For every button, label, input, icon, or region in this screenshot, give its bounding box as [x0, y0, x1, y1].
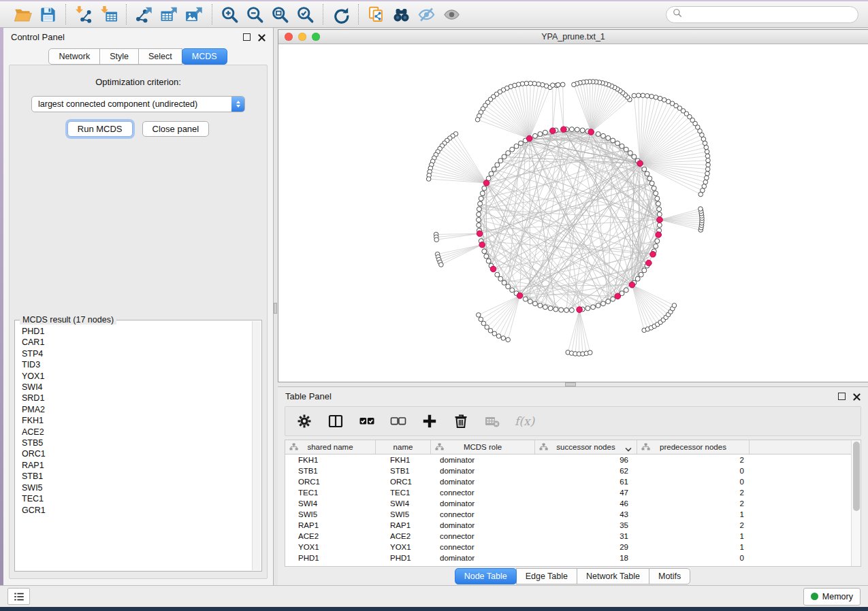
zoom-out-button[interactable] [242, 3, 268, 25]
result-node-item[interactable]: CAR1 [22, 337, 255, 348]
horizontal-splitter[interactable] [278, 382, 868, 386]
show-panels-list-button[interactable] [7, 588, 30, 605]
import-table-button[interactable] [96, 3, 121, 25]
search-binoculars-button[interactable] [389, 3, 414, 25]
maximize-window-icon[interactable] [312, 33, 320, 41]
float-table-panel-icon[interactable] [838, 393, 846, 400]
optimization-criterion-dropdown[interactable]: largest connected component (undirected) [31, 96, 245, 112]
table-toolbar: f(x) [285, 406, 861, 436]
result-node-item[interactable]: STB1 [22, 471, 255, 482]
tab-mcds[interactable]: MCDS [182, 48, 227, 65]
result-node-item[interactable]: ACE2 [22, 427, 255, 437]
show-all-icon [443, 5, 461, 24]
result-node-item[interactable]: STP4 [22, 348, 255, 359]
table-row[interactable]: ACE2ACE2connector311 [285, 531, 861, 542]
search-input[interactable] [686, 9, 852, 20]
export-network-button[interactable] [131, 3, 157, 25]
vertical-splitter-handle[interactable] [274, 303, 277, 314]
result-node-item[interactable]: SWI5 [22, 482, 255, 493]
add-icon [421, 413, 438, 429]
gear-button[interactable] [295, 413, 312, 430]
result-node-item[interactable]: PHD1 [22, 326, 255, 337]
result-node-item[interactable]: TID3 [22, 359, 255, 370]
cell-successor-nodes: 47 [535, 489, 637, 497]
result-scrollbar[interactable] [252, 321, 261, 570]
result-node-item[interactable]: SRD1 [22, 393, 255, 403]
save-session-icon [39, 5, 57, 24]
export-image-button[interactable] [182, 3, 207, 25]
cell-shared-name: RAP1 [285, 521, 376, 529]
table-row[interactable]: PHD1PHD1dominator180 [285, 552, 861, 563]
network-search-box[interactable] [666, 6, 858, 23]
network-graph[interactable] [278, 44, 868, 382]
tab-style[interactable]: Style [99, 48, 139, 65]
deselect-all-button[interactable] [389, 413, 406, 430]
table-row[interactable]: TEC1TEC1connector472 [285, 487, 861, 498]
copy-network-button[interactable] [364, 3, 389, 25]
run-mcds-button[interactable]: Run MCDS [67, 121, 133, 137]
import-network-button[interactable] [71, 3, 96, 25]
save-session-button[interactable] [35, 3, 61, 25]
export-table-button[interactable] [157, 3, 182, 25]
table-row[interactable]: ORC1ORC1dominator610 [285, 476, 861, 487]
result-node-item[interactable]: SWI4 [22, 382, 255, 393]
main-toolbar [0, 0, 868, 28]
cell-MCDS-role: connector [431, 543, 535, 551]
float-panel-icon[interactable] [243, 33, 251, 41]
cell-predecessor-nodes: 2 [637, 489, 750, 497]
column-header-shared-name[interactable]: shared name [285, 440, 376, 454]
app-window: Control Panel NetworkStyleSelectMCDS Opt… [0, 0, 868, 611]
close-panel-button[interactable]: Close panel [142, 121, 210, 137]
result-node-item[interactable]: STB5 [22, 437, 255, 448]
result-node-item[interactable]: RAP1 [22, 460, 255, 471]
result-node-item[interactable]: ORC1 [22, 448, 255, 459]
column-header-name[interactable]: name [376, 440, 431, 454]
dropdown-selected-value: largest connected component (undirected) [38, 99, 197, 109]
table-row[interactable]: YOX1YOX1connector291 [285, 542, 861, 552]
table-row[interactable]: STB1STB1dominator620 [285, 465, 861, 476]
tab-select[interactable]: Select [138, 48, 182, 65]
zoom-selected-button[interactable] [293, 3, 318, 25]
memory-button[interactable]: Memory [803, 588, 861, 606]
column-header-successor-nodes[interactable]: successor nodes [535, 440, 637, 454]
tab-node-table[interactable]: Node Table [455, 568, 517, 584]
table-scrollbar[interactable] [851, 440, 861, 566]
close-table-panel-icon[interactable] [853, 393, 861, 400]
tab-network-table[interactable]: Network Table [577, 568, 649, 584]
zoom-fit-button[interactable] [268, 3, 293, 25]
table-row[interactable]: SWI4SWI4dominator462 [285, 498, 861, 509]
trash-button[interactable] [452, 413, 469, 430]
result-node-item[interactable]: YOX1 [22, 371, 255, 382]
horizontal-splitter-handle[interactable] [565, 382, 576, 386]
minimize-window-icon[interactable] [298, 33, 306, 41]
sort-down-icon [625, 447, 632, 452]
tab-motifs[interactable]: Motifs [649, 568, 690, 584]
column-panel-button[interactable] [327, 413, 344, 430]
table-row[interactable]: SWI5SWI5connector431 [285, 509, 861, 520]
open-file-button[interactable] [10, 3, 35, 25]
tab-edge-table[interactable]: Edge Table [516, 568, 577, 584]
tab-network[interactable]: Network [48, 48, 100, 65]
mcds-result-list[interactable]: PHD1CAR1STP4TID3YOX1SWI4SRD1PMA2FKH1ACE2… [15, 320, 261, 516]
result-node-item[interactable]: GCR1 [22, 505, 255, 516]
refresh-button[interactable] [328, 3, 353, 25]
close-window-icon[interactable] [285, 33, 293, 41]
table-row[interactable]: RAP1RAP1dominator352 [285, 520, 861, 531]
network-window-titlebar[interactable]: YPA_prune.txt_1 [278, 30, 868, 44]
show-all-button[interactable] [439, 3, 464, 25]
select-all-button[interactable] [358, 413, 375, 430]
result-node-item[interactable]: FKH1 [22, 415, 255, 426]
zoom-in-button[interactable] [217, 3, 242, 25]
dropdown-stepper-icon [231, 97, 244, 112]
result-node-item[interactable]: PMA2 [22, 404, 255, 415]
table-row[interactable]: FKH1FKH1dominator962 [285, 455, 861, 465]
result-node-item[interactable]: TEC1 [22, 493, 255, 504]
hide-selected-button[interactable] [414, 3, 439, 25]
column-header-MCDS-role[interactable]: MCDS role [431, 440, 535, 454]
vertical-splitter[interactable] [273, 28, 278, 585]
add-button[interactable] [421, 413, 438, 430]
close-panel-icon[interactable] [258, 33, 266, 41]
network-canvas[interactable] [278, 44, 868, 382]
column-header-predecessor-nodes[interactable]: predecessor nodes [637, 440, 750, 454]
table-scrollbar-thumb[interactable] [853, 442, 860, 511]
